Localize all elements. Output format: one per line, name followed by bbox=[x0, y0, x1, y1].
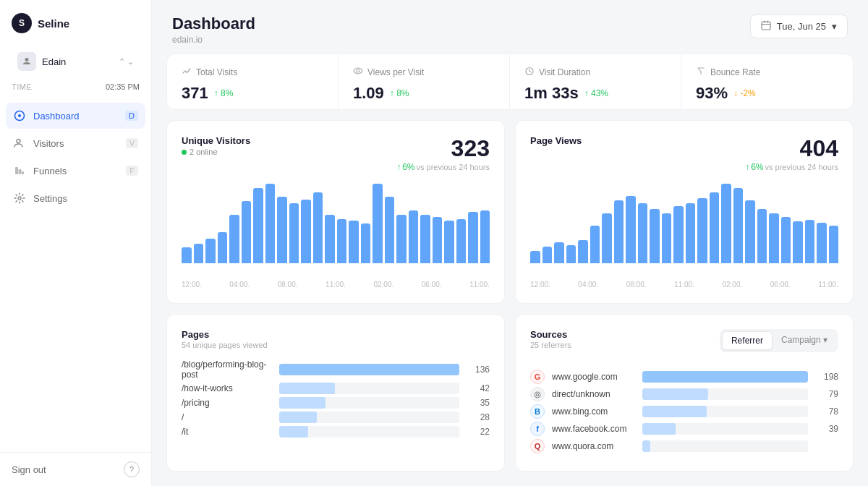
page-bar-wrap bbox=[279, 412, 459, 423]
sidebar-item-settings[interactable]: Settings bbox=[6, 185, 145, 211]
tab-campaign[interactable]: Campaign ▾ bbox=[773, 331, 836, 350]
bar[interactable] bbox=[373, 184, 383, 263]
list-item: G www.google.com 198 bbox=[530, 370, 838, 384]
bar[interactable] bbox=[745, 200, 755, 263]
pv-chart-labels: 12:00. 04:00. 08:00. 11:00. 02:00. 06:00… bbox=[530, 281, 838, 289]
stat-bounce-rate: Bounce Rate 93% ↓ -2% bbox=[681, 54, 853, 110]
bar[interactable] bbox=[602, 213, 612, 263]
tab-referrer[interactable]: Referrer bbox=[722, 331, 773, 350]
chevron-icon: ⌃ ⌄ bbox=[119, 57, 134, 67]
help-button[interactable]: ? bbox=[124, 461, 140, 477]
bar[interactable] bbox=[277, 197, 287, 263]
page-bar bbox=[279, 397, 326, 409]
source-count: 198 bbox=[815, 372, 838, 382]
page-label: /it bbox=[182, 427, 272, 437]
bar[interactable] bbox=[829, 226, 839, 263]
bar[interactable] bbox=[325, 215, 335, 263]
page-views-title: Page Views bbox=[530, 135, 582, 146]
bar[interactable] bbox=[530, 251, 540, 263]
bar[interactable] bbox=[420, 215, 430, 263]
charts-row: Unique Visitors 2 online 323 ↑ 6% vs pre… bbox=[166, 120, 854, 304]
bar[interactable] bbox=[289, 203, 299, 263]
bar[interactable] bbox=[697, 198, 707, 263]
bar[interactable] bbox=[265, 184, 276, 263]
bar[interactable] bbox=[253, 188, 263, 263]
avatar bbox=[17, 52, 36, 71]
bar[interactable] bbox=[793, 221, 803, 263]
dashboard-key: D bbox=[125, 111, 138, 121]
bounce-icon bbox=[696, 66, 706, 78]
list-item: ◎ direct/unknown 79 bbox=[530, 387, 838, 401]
bar[interactable] bbox=[218, 232, 228, 263]
source-bar bbox=[642, 423, 676, 435]
bar[interactable] bbox=[205, 239, 216, 263]
bar[interactable] bbox=[444, 221, 454, 263]
bar[interactable] bbox=[468, 212, 478, 263]
bar[interactable] bbox=[721, 184, 731, 263]
bar[interactable] bbox=[480, 210, 490, 263]
page-views-value: 404 bbox=[745, 135, 838, 162]
list-item: f www.facebook.com 39 bbox=[530, 422, 838, 436]
source-count: 39 bbox=[815, 424, 838, 434]
sidebar-item-dashboard[interactable]: Dashboard D bbox=[6, 103, 145, 129]
bar[interactable] bbox=[349, 221, 359, 263]
bar[interactable] bbox=[337, 219, 347, 263]
pages-table: Pages 54 unique pages viewed /blog/perfo… bbox=[166, 314, 505, 472]
bar[interactable] bbox=[590, 226, 600, 263]
pages-subtitle: 54 unique pages viewed bbox=[182, 341, 490, 349]
bar[interactable] bbox=[769, 213, 779, 263]
source-label: www.google.com bbox=[552, 372, 635, 382]
bar[interactable] bbox=[313, 192, 323, 263]
bar[interactable] bbox=[686, 203, 696, 263]
bar[interactable] bbox=[396, 215, 407, 263]
logo-icon: S bbox=[12, 13, 32, 33]
user-switcher[interactable]: Edain ⌃ ⌄ bbox=[6, 46, 145, 77]
bar[interactable] bbox=[554, 242, 564, 263]
bar[interactable] bbox=[385, 197, 395, 263]
bar[interactable] bbox=[456, 219, 467, 263]
bar[interactable] bbox=[361, 223, 371, 263]
page-bar-wrap bbox=[279, 426, 459, 438]
bar[interactable] bbox=[662, 213, 672, 263]
bar[interactable] bbox=[433, 217, 443, 263]
views-icon bbox=[353, 66, 363, 78]
date-picker[interactable]: Tue, Jun 25 ▾ bbox=[750, 14, 848, 38]
bar[interactable] bbox=[710, 192, 720, 263]
bar[interactable] bbox=[757, 209, 767, 263]
dashboard-label: Dashboard bbox=[33, 111, 118, 122]
pages-title: Pages bbox=[182, 329, 490, 340]
bar[interactable] bbox=[542, 247, 553, 263]
sign-out-button[interactable]: Sign out bbox=[12, 464, 46, 475]
page-views-change: ↑ 6% vs previous 24 hours bbox=[745, 162, 838, 172]
bar[interactable] bbox=[817, 223, 827, 263]
sidebar-item-funnels[interactable]: Funnels F bbox=[6, 158, 145, 184]
bar[interactable] bbox=[614, 200, 624, 263]
bar[interactable] bbox=[733, 188, 744, 263]
source-bar bbox=[642, 406, 707, 417]
bar[interactable] bbox=[182, 247, 192, 263]
bar[interactable] bbox=[578, 240, 588, 263]
bar[interactable] bbox=[409, 210, 419, 263]
bar[interactable] bbox=[650, 209, 660, 263]
page-count: 35 bbox=[467, 398, 490, 408]
bar[interactable] bbox=[781, 217, 791, 263]
bar[interactable] bbox=[673, 206, 684, 263]
bar[interactable] bbox=[301, 200, 311, 263]
bar[interactable] bbox=[626, 196, 636, 263]
total-visits-icon bbox=[182, 66, 192, 78]
stat-total-visits: Total Visits 371 ↑ 8% bbox=[167, 54, 339, 110]
sidebar-item-visitors[interactable]: Visitors V bbox=[6, 130, 145, 156]
logo: S Seline bbox=[0, 0, 151, 43]
sources-table: Sources 25 referrers Referrer Campaign ▾… bbox=[515, 314, 854, 472]
bar[interactable] bbox=[229, 215, 239, 263]
svg-point-7 bbox=[18, 197, 21, 200]
settings-icon bbox=[13, 192, 26, 205]
bar[interactable] bbox=[566, 245, 576, 263]
bar[interactable] bbox=[805, 220, 815, 263]
bar[interactable] bbox=[194, 244, 204, 263]
stat-views-per-visit: Views per Visit 1.09 ↑ 8% bbox=[339, 54, 510, 110]
unique-visitors-value: 323 bbox=[396, 135, 490, 162]
bar[interactable] bbox=[242, 201, 252, 263]
bar[interactable] bbox=[638, 203, 648, 263]
source-bar bbox=[642, 371, 808, 383]
